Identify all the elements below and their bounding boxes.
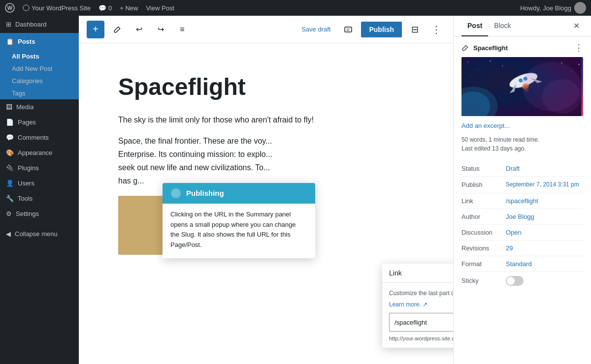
sticky-toggle[interactable] (506, 276, 524, 286)
format-label: Format (461, 260, 506, 268)
slug-input[interactable] (390, 315, 453, 330)
link-popup-title: Link (389, 269, 402, 277)
pencil-icon (461, 44, 469, 52)
revisions-label: Revisions (461, 244, 506, 252)
svg-point-16 (468, 61, 469, 62)
panel-tabs: Post Block ✕ (454, 16, 591, 36)
svg-point-18 (490, 61, 491, 61)
wp-logo[interactable]: W (5, 3, 15, 13)
admin-bar-howdy: Howdy, Joe Blogg (520, 2, 586, 14)
sidebar-item-media[interactable]: 🖼 Media (0, 99, 79, 115)
featured-image (461, 57, 583, 116)
settings-icon: ⚙ (6, 210, 12, 217)
sidebar-item-pages[interactable]: 📄 Pages (0, 115, 79, 130)
panel-section-title: Spaceflight (461, 44, 508, 52)
users-icon: 👤 (6, 180, 14, 187)
plugins-icon: 🔌 (6, 164, 14, 172)
sidebar-item-users[interactable]: 👤 Users (0, 176, 79, 191)
admin-bar-new[interactable]: + New (120, 4, 138, 12)
tooltip-header-3: Publishing (163, 183, 315, 204)
meta-row-publish: Publish September 7, 2014 3:31 pm (461, 177, 583, 193)
svg-point-19 (502, 65, 503, 66)
sidebar-item-tools[interactable]: 🔧 Tools (0, 191, 79, 206)
sidebar-sub-tags[interactable]: Tags (0, 87, 79, 99)
learn-more-link[interactable]: Learn more. ↗ (389, 301, 427, 308)
tab-post[interactable]: Post (461, 16, 488, 36)
sidebar-item-plugins[interactable]: 🔌 Plugins (0, 160, 79, 176)
list-view-button[interactable]: ≡ (173, 21, 191, 38)
svg-point-23 (579, 64, 580, 65)
publish-value[interactable]: September 7, 2014 3:31 pm (506, 181, 579, 189)
sidebar-item-comments[interactable]: 💬 Comments (0, 130, 79, 145)
tooltip-box-3: Publishing Clicking on the URL in the Su… (163, 183, 315, 258)
settings-panel-button[interactable]: ⊟ (406, 21, 424, 38)
appearance-icon: 🎨 (6, 149, 14, 156)
sidebar-collapse[interactable]: ◀ Collapse menu (0, 225, 79, 243)
meta-row-format: Format Standard (461, 256, 583, 272)
admin-bar-site[interactable]: Your WordPress Site (23, 4, 91, 12)
meta-row-discussion: Discussion Open (461, 225, 583, 241)
meta-row-author: Author Joe Blogg (461, 209, 583, 225)
status-value[interactable]: Draft (506, 165, 520, 172)
author-value[interactable]: Joe Blogg (506, 213, 534, 220)
sidebar: ⊞ Dashboard 📋 Posts All Posts Add New Po… (0, 16, 79, 364)
tools-icon: 🔧 (6, 195, 14, 202)
comments-icon: 💬 (6, 134, 14, 141)
link-value[interactable]: /spaceflight (506, 197, 538, 205)
post-title[interactable]: Spaceflight (118, 73, 414, 101)
svg-point-14 (171, 188, 181, 198)
right-panel: Post Block ✕ Spaceflight ⋮ (453, 16, 591, 364)
editor-wrapper: + ↩ ↪ ≡ Save draft Publish ⊟ ⋮ Spaceflig… (79, 16, 453, 364)
posts-icon: 📋 (6, 38, 14, 45)
revisions-value[interactable]: 29 (506, 244, 513, 252)
meta-row-sticky: Sticky (461, 272, 583, 290)
add-excerpt-link[interactable]: Add an excerpt... (461, 122, 583, 129)
add-block-button[interactable]: + (87, 21, 104, 38)
panel-close-button[interactable]: ✕ (569, 19, 583, 33)
discussion-value[interactable]: Open (506, 229, 522, 236)
media-icon: 🖼 (6, 103, 12, 111)
save-draft-button[interactable]: Save draft (296, 23, 335, 36)
sidebar-item-appearance[interactable]: 🎨 Appearance (0, 145, 79, 160)
meta-row-link: Link /spaceflight (461, 193, 583, 209)
collapse-icon: ◀ (6, 230, 11, 238)
panel-section-header: Spaceflight ⋮ (461, 42, 583, 53)
sticky-label: Sticky (461, 277, 506, 284)
link-popup-desc: Customize the last part of the URL. (389, 289, 453, 298)
sidebar-item-dashboard[interactable]: ⊞ Dashboard (0, 16, 79, 33)
dashboard-icon: ⊞ (6, 21, 11, 28)
admin-bar-comments[interactable]: 💬 0 (98, 4, 112, 12)
svg-point-35 (542, 79, 582, 114)
svg-point-2 (23, 5, 29, 11)
admin-bar: W Your WordPress Site 💬 0 + New View Pos… (0, 0, 591, 16)
meta-row-revisions: Revisions 29 (461, 241, 583, 256)
more-options-button[interactable]: ⋮ (427, 21, 445, 38)
preview-button[interactable] (339, 21, 357, 38)
tooltip-body-3: Clicking on the URL in the Summary panel… (163, 204, 305, 258)
tab-block[interactable]: Block (488, 16, 517, 36)
link-popup-header: Link ✕ (382, 264, 453, 283)
tooltip-arrow-right-3 (301, 188, 307, 198)
link-input-row: ⧉ (389, 313, 453, 332)
post-body[interactable]: The sky is the limit only for those who … (118, 113, 414, 188)
format-value[interactable]: Standard (506, 260, 532, 268)
editor-toolbar: + ↩ ↪ ≡ Save draft Publish ⊟ ⋮ (79, 16, 453, 43)
undo-button[interactable]: ↩ (130, 21, 148, 38)
sidebar-sub-categories[interactable]: Categories (0, 75, 79, 87)
sidebar-sub-add-new-post[interactable]: Add New Post (0, 62, 79, 75)
link-popup: Link ✕ Customize the last part of the UR… (382, 264, 453, 348)
pages-icon: 📄 (6, 119, 14, 126)
admin-bar-view-post[interactable]: View Post (146, 4, 174, 12)
link-popup-body: Customize the last part of the URL. Lear… (382, 283, 453, 348)
redo-button[interactable]: ↪ (152, 21, 169, 38)
discussion-label: Discussion (461, 229, 506, 236)
sidebar-item-settings[interactable]: ⚙ Settings (0, 206, 79, 221)
sidebar-sub-all-posts[interactable]: All Posts (0, 50, 79, 62)
edit-mode-button[interactable] (108, 21, 126, 38)
external-link-icon: ↗ (423, 301, 427, 308)
panel-more-button[interactable]: ⋮ (574, 42, 583, 53)
meta-row-status: Status Draft (461, 161, 583, 177)
status-label: Status (461, 165, 506, 172)
sidebar-item-posts[interactable]: 📋 Posts (0, 33, 79, 50)
publish-button[interactable]: Publish (361, 22, 402, 37)
